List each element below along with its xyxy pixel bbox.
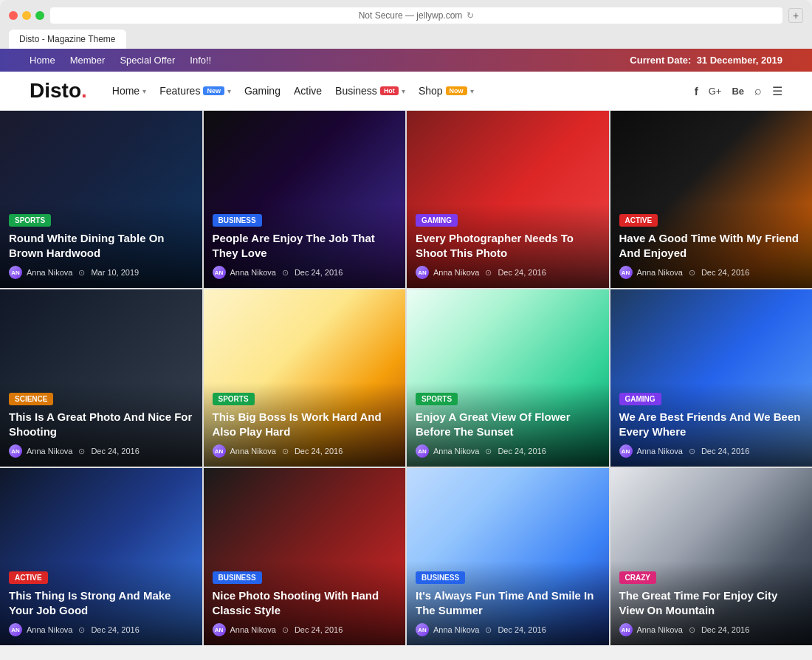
nav-shop[interactable]: Shop Now ▾ xyxy=(419,85,474,97)
card-overlay: CRAZY The Great Time For Enjoy City View… xyxy=(610,561,813,645)
card-overlay: BUSINESS People Are Enjoy The Job That T… xyxy=(204,204,406,288)
article-card[interactable]: SCIENCE This Is A Great Photo And Nice F… xyxy=(0,289,202,467)
category-badge[interactable]: SCIENCE xyxy=(9,393,53,405)
address-bar[interactable]: Not Secure — jellywp.com ↻ xyxy=(50,7,782,24)
author-name: Anna Nikova xyxy=(230,447,276,456)
close-button[interactable] xyxy=(9,11,18,20)
maximize-button[interactable] xyxy=(35,11,44,20)
article-card[interactable]: GAMING Every Photographer Needs To Shoot… xyxy=(407,111,609,288)
card-meta: AN Anna Nikova ⊙ Dec 24, 2016 xyxy=(213,623,397,636)
category-badge[interactable]: BUSINESS xyxy=(213,571,262,584)
card-meta: AN Anna Nikova ⊙ Dec 24, 2016 xyxy=(619,444,804,458)
avatar-initials: AN xyxy=(416,444,429,458)
publish-date: Dec 24, 2016 xyxy=(701,447,749,456)
article-card[interactable]: CRAZY The Great Time For Enjoy City View… xyxy=(610,468,813,645)
avatar-initials: AN xyxy=(619,623,633,636)
author-name: Anna Nikova xyxy=(433,268,479,277)
card-overlay: ACTIVE This Thing Is Strong And Make You… xyxy=(0,561,202,645)
avatar-initials: AN xyxy=(213,444,226,458)
card-meta: AN Anna Nikova ⊙ Dec 24, 2016 xyxy=(213,266,397,279)
card-overlay: SCIENCE This Is A Great Photo And Nice F… xyxy=(0,382,202,467)
top-nav-special-offer[interactable]: Special Offer xyxy=(120,55,175,66)
article-card[interactable]: SPORTS This Big Boss Is Work Hard And Al… xyxy=(204,289,406,467)
category-badge[interactable]: ACTIVE xyxy=(619,214,658,227)
avatar-initials: AN xyxy=(9,623,22,636)
category-badge[interactable]: SPORTS xyxy=(213,393,255,405)
card-overlay: ACTIVE Have A Good Time With My Friend A… xyxy=(610,204,813,288)
card-title: Round White Dining Table On Brown Hardwo… xyxy=(9,231,193,260)
card-title: Enjoy A Great View Of Flower Before The … xyxy=(416,410,600,439)
card-meta: AN Anna Nikova ⊙ Dec 24, 2016 xyxy=(416,623,600,636)
article-card[interactable]: BUSINESS People Are Enjoy The Job That T… xyxy=(204,111,406,288)
avatar-initials: AN xyxy=(9,266,22,279)
category-badge[interactable]: SPORTS xyxy=(9,214,51,227)
meta-separator: ⊙ xyxy=(78,625,85,635)
category-badge[interactable]: SPORTS xyxy=(416,393,458,405)
nav-home[interactable]: Home ▾ xyxy=(112,85,146,97)
new-tab-button[interactable]: + xyxy=(788,8,803,23)
category-badge[interactable]: GAMING xyxy=(619,393,661,405)
nav-gaming[interactable]: Gaming xyxy=(244,85,281,97)
category-badge[interactable]: GAMING xyxy=(416,214,458,227)
facebook-icon[interactable]: f xyxy=(695,85,698,97)
nav-active[interactable]: Active xyxy=(294,85,322,97)
article-card[interactable]: ACTIVE This Thing Is Strong And Make You… xyxy=(0,468,202,645)
card-overlay: GAMING We Are Best Friends And We Been E… xyxy=(610,382,813,467)
author-avatar: AN xyxy=(619,444,633,458)
avatar-initials: AN xyxy=(619,444,633,458)
nav-business[interactable]: Business Hot ▾ xyxy=(335,85,405,97)
top-nav-member[interactable]: Member xyxy=(70,55,106,66)
category-badge[interactable]: BUSINESS xyxy=(213,214,262,227)
article-card[interactable]: GAMING We Are Best Friends And We Been E… xyxy=(610,289,813,467)
article-card[interactable]: BUSINESS Nice Photo Shooting With Hand C… xyxy=(204,468,406,645)
publish-date: Dec 24, 2016 xyxy=(91,625,139,634)
category-badge[interactable]: BUSINESS xyxy=(416,571,465,584)
nav-features[interactable]: Features New ▾ xyxy=(159,85,231,97)
nav-social-icons: f G+ Be ⌕ ☰ xyxy=(695,84,782,98)
top-bar: Home Member Special Offer Info!! Current… xyxy=(0,49,812,72)
article-card[interactable]: SPORTS Round White Dining Table On Brown… xyxy=(0,111,202,288)
google-plus-icon[interactable]: G+ xyxy=(709,86,722,97)
avatar-initials: AN xyxy=(416,623,429,636)
top-nav-info[interactable]: Info!! xyxy=(190,55,211,66)
article-card[interactable]: ACTIVE Have A Good Time With My Friend A… xyxy=(610,111,813,288)
card-title: This Thing Is Strong And Make Your Job G… xyxy=(9,588,193,617)
card-meta: AN Anna Nikova ⊙ Dec 24, 2016 xyxy=(416,444,600,458)
nav-home-label: Home xyxy=(112,85,140,97)
behance-icon[interactable]: Be xyxy=(732,86,744,97)
category-badge[interactable]: CRAZY xyxy=(619,571,656,584)
card-meta: AN Anna Nikova ⊙ Dec 24, 2016 xyxy=(416,266,600,279)
now-badge: Now xyxy=(446,86,467,95)
meta-separator: ⊙ xyxy=(282,447,289,456)
author-avatar: AN xyxy=(213,623,226,636)
publish-date: Dec 24, 2016 xyxy=(295,268,343,277)
meta-separator: ⊙ xyxy=(689,268,695,278)
author-name: Anna Nikova xyxy=(433,447,479,456)
card-meta: AN Anna Nikova ⊙ Dec 24, 2016 xyxy=(619,623,804,636)
avatar-initials: AN xyxy=(416,266,429,279)
author-name: Anna Nikova xyxy=(230,625,276,634)
article-card[interactable]: BUSINESS It's Always Fun Time And Smile … xyxy=(407,468,609,645)
card-overlay: SPORTS This Big Boss Is Work Hard And Al… xyxy=(204,382,406,467)
meta-separator: ⊙ xyxy=(78,268,85,278)
meta-separator: ⊙ xyxy=(485,447,492,456)
card-title: It's Always Fun Time And Smile In The Su… xyxy=(416,588,600,617)
publish-date: Dec 24, 2016 xyxy=(701,625,749,634)
category-badge[interactable]: ACTIVE xyxy=(9,571,48,584)
author-avatar: AN xyxy=(213,444,226,458)
publish-date: Dec 24, 2016 xyxy=(498,268,546,277)
publish-date: Dec 24, 2016 xyxy=(498,625,546,634)
reload-icon[interactable]: ↻ xyxy=(467,10,474,21)
main-navigation: Disto. Home ▾ Features New ▾ Gaming Acti… xyxy=(0,72,812,111)
card-meta: AN Anna Nikova ⊙ Dec 24, 2016 xyxy=(619,266,804,279)
date-label: Current Date: xyxy=(630,55,691,66)
site-logo[interactable]: Disto. xyxy=(30,79,87,103)
minimize-button[interactable] xyxy=(22,11,31,20)
article-card[interactable]: SPORTS Enjoy A Great View Of Flower Befo… xyxy=(407,289,609,467)
author-avatar: AN xyxy=(9,623,22,636)
top-nav-home[interactable]: Home xyxy=(30,55,55,66)
author-avatar: AN xyxy=(9,266,22,279)
search-icon[interactable]: ⌕ xyxy=(754,84,762,97)
browser-tab[interactable]: Disto - Magazine Theme xyxy=(9,30,126,49)
menu-icon[interactable]: ☰ xyxy=(772,84,782,98)
